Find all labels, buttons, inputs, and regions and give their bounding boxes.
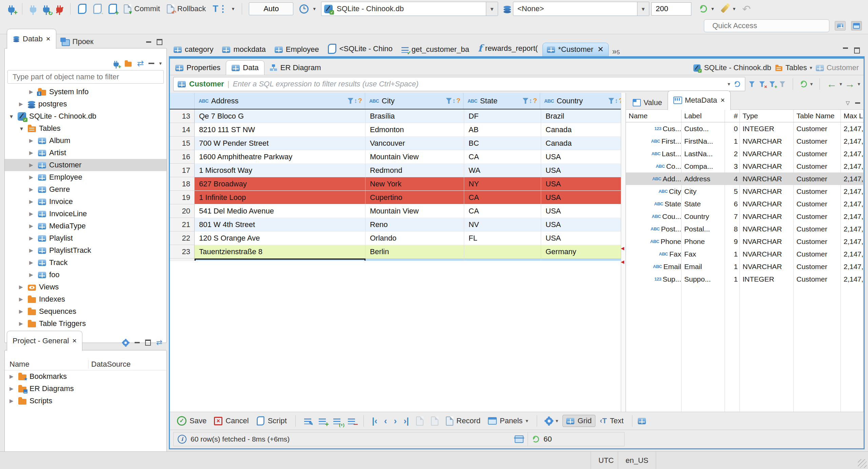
locale-indicator[interactable]: en_US [618, 452, 656, 469]
cell-address[interactable]: 120 S Orange Ave [195, 231, 366, 245]
sort-icon[interactable]: ↕ [615, 97, 618, 105]
cell-country[interactable]: USA [541, 231, 621, 245]
filter-custom-button[interactable]: + [768, 80, 776, 88]
editor-tab-sqlite-chino[interactable]: <SQLite - Chino [324, 42, 397, 56]
tree-item-views[interactable]: ▶Views [5, 281, 166, 293]
cell-country[interactable]: USA [541, 177, 621, 191]
record-button[interactable]: Record [443, 416, 484, 426]
row-number[interactable]: 15 [170, 137, 195, 150]
tree-item-sqlite-chinook-db[interactable]: ▼SQLite - Chinook.db [5, 110, 166, 122]
disconnect-button[interactable] [53, 5, 66, 13]
column-header-name[interactable]: Name [626, 110, 682, 122]
cell-city[interactable]: Orlando [366, 231, 464, 245]
row-number-header[interactable] [170, 93, 195, 109]
table-row[interactable]: 15700 W Pender StreetVancouverBCCanadaV6 [170, 137, 621, 150]
cell-city[interactable]: Cupertino [366, 191, 464, 204]
tree-item-employee[interactable]: ▶Employee [5, 171, 166, 183]
tree-item-artist[interactable]: ▶Artist [5, 147, 166, 159]
table-row[interactable]: 148210 111 ST NWEdmontonABCanadaT6 [170, 123, 621, 137]
last-row-button[interactable]: ›| [401, 416, 412, 426]
editor-tab-mockdata[interactable]: mockdata [218, 43, 270, 56]
gear-icon[interactable] [122, 340, 129, 346]
tree-item-foo[interactable]: ▶foo [5, 269, 166, 281]
minimize-icon[interactable] [843, 47, 848, 49]
minimize-icon[interactable] [855, 102, 860, 104]
tab-database-navigator[interactable]: Datab × [7, 29, 56, 49]
text-view-button[interactable]: ‹T Text [597, 416, 627, 425]
expand-arrow-icon[interactable]: ▶ [29, 223, 38, 229]
fetch-size-input[interactable] [651, 2, 691, 16]
tree-item-mediatype[interactable]: ▶MediaType [5, 220, 166, 232]
tab-projects[interactable]: Проек [56, 35, 99, 48]
editor-tab-category[interactable]: category [170, 43, 218, 56]
rollback-button[interactable]: ↶ Rollback [163, 4, 209, 14]
tree-item-track[interactable]: ▶Track [5, 257, 166, 269]
metadata-row[interactable]: ABCAdd...Address4NVARCHARCustomer2,147,4… [626, 172, 864, 185]
breadcrumb-connection[interactable]: SQLite - Chinook.db [693, 63, 771, 72]
table-row[interactable]: 23Tauentzienstraße 8BerlinGermany10 [170, 245, 621, 259]
panels-button[interactable]: Panels ▾ [485, 416, 531, 425]
resize-grip[interactable] [858, 459, 867, 468]
connect-button[interactable] [26, 5, 40, 13]
metadata-row[interactable]: ABCFirst...FirstNa...1NVARCHARCustomer2,… [626, 135, 864, 147]
cell-city[interactable]: Mountain View [366, 204, 464, 218]
duplicate-row-button[interactable]: (+) [330, 417, 343, 424]
cell-country[interactable]: USA [541, 150, 621, 164]
new-sql-editor-button[interactable]: + [105, 4, 120, 14]
help-icon[interactable]: ? [533, 97, 537, 105]
filter-funnel-icon[interactable] [348, 98, 353, 104]
editor-tab-get-customer-ba[interactable]: ✓get_customer_ba [397, 43, 474, 56]
result-grid-icon[interactable] [638, 418, 646, 424]
column-header-maxlength[interactable]: Max L [841, 110, 864, 122]
expand-arrow-icon[interactable]: ▶ [29, 174, 38, 180]
cell-state[interactable] [464, 245, 541, 259]
close-icon[interactable]: × [72, 337, 77, 345]
transaction-mode-button[interactable]: T⋮ ▾ [209, 3, 238, 14]
tree-item-playlisttrack[interactable]: ▶PlaylistTrack [5, 244, 166, 257]
reconnect-button[interactable]: ↻ [40, 5, 53, 13]
fetch-all-button[interactable] [428, 416, 441, 426]
save-button[interactable]: Save [174, 416, 210, 426]
cell-city[interactable]: Redmond [366, 164, 464, 177]
tree-item-invoice[interactable]: ▶Invoice [5, 196, 166, 208]
settings-button[interactable]: ▾ [542, 417, 561, 425]
expand-arrow-icon[interactable]: ▶ [19, 321, 28, 327]
tree-item-customer[interactable]: ▶Customer [5, 159, 166, 171]
row-number[interactable]: 18 [170, 177, 195, 191]
cell-address[interactable]: 1600 Amphitheatre Parkway [195, 150, 366, 164]
maximize-icon[interactable] [157, 39, 162, 45]
new-connection-button[interactable]: + [5, 5, 18, 13]
cell-address[interactable]: 627 Broadway [195, 177, 366, 191]
cell-city[interactable]: Edmonton [366, 123, 464, 137]
tab-data[interactable]: Data [226, 60, 264, 75]
cell-city[interactable]: Brasília [366, 109, 464, 123]
fetch-next-page-button[interactable] [413, 416, 427, 426]
column-header-number[interactable]: # [725, 110, 740, 122]
link-with-editor-icon[interactable]: ⇄ [137, 59, 144, 68]
new-connection-icon[interactable]: + [114, 63, 119, 67]
cancel-button[interactable]: Cancel [211, 416, 252, 425]
history-back-button[interactable]: ← [827, 79, 837, 89]
cell-state[interactable]: WA [464, 164, 541, 177]
undo-button[interactable]: ↶ [739, 3, 754, 15]
row-number[interactable]: 16 [170, 150, 195, 164]
table-row[interactable]: 22120 S Orange AveOrlandoFLUSA32 [170, 231, 621, 245]
view-menu-icon[interactable]: ▽ [846, 100, 850, 106]
timezone-indicator[interactable]: UTC [591, 452, 621, 469]
filter-funnel-icon[interactable] [446, 98, 452, 104]
cell-city[interactable]: New York [366, 177, 464, 191]
expand-arrow-icon[interactable]: ▶ [29, 199, 38, 205]
table-row[interactable]: 18627 BroadwayNew YorkNYUSA10 [170, 177, 621, 191]
maximize-icon[interactable] [145, 340, 151, 346]
expand-arrow-icon[interactable]: ▶ [29, 211, 38, 217]
collapse-all-icon[interactable] [149, 63, 154, 64]
metadata-row[interactable]: ABCEmailEmail1NVARCHARCustomer2,147,483 [626, 260, 864, 273]
expand-arrow-icon[interactable]: ▶ [19, 101, 28, 107]
refresh-button[interactable]: ▾ [696, 5, 717, 13]
expand-arrow-icon[interactable]: ▶ [29, 260, 38, 266]
column-header-tablename[interactable]: Table Name [794, 110, 841, 122]
column-header-label[interactable]: Label [682, 110, 725, 122]
collapse-arrow-icon[interactable]: ▼ [19, 126, 28, 131]
row-number[interactable]: 23 [170, 245, 195, 259]
cell-state[interactable]: FL [464, 231, 541, 245]
